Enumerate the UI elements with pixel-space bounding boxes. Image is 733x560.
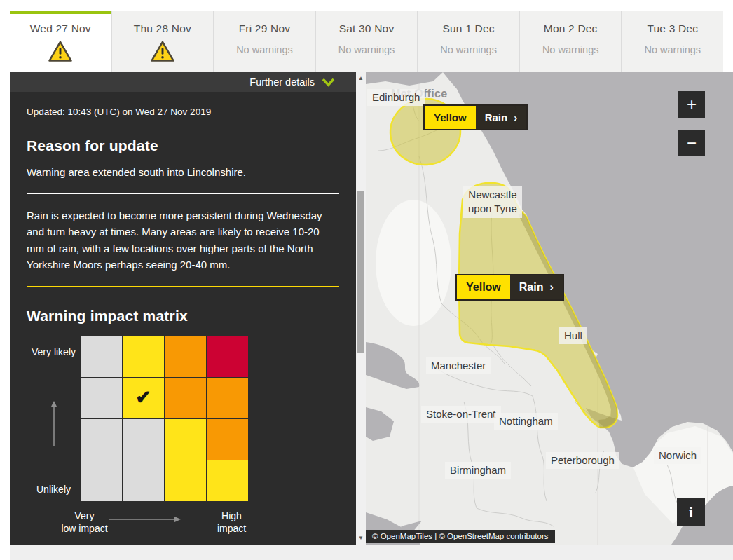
- city-label-newcastle: Newcastle upon Tyne: [463, 186, 522, 218]
- updated-timestamp: Updated: 10:43 (UTC) on Wed 27 Nov 2019: [27, 107, 339, 117]
- matrix-cell-3-2: [165, 460, 206, 501]
- no-warnings-label: No warnings: [644, 44, 701, 55]
- matrix-cell-0-0: [81, 336, 122, 377]
- chevron-right-icon: ›: [514, 111, 517, 123]
- warning-triangle-icon: [48, 41, 73, 62]
- tab-date-label: Thu 28 Nov: [134, 22, 191, 35]
- info-button[interactable]: i: [677, 498, 705, 526]
- warning-triangle-icon: [150, 41, 175, 62]
- matrix-cell-2-1: [123, 419, 164, 460]
- tab-date-label: Wed 27 Nov: [30, 22, 91, 35]
- panel-scrollbar[interactable]: ▲ ▼: [356, 72, 366, 545]
- map-attribution[interactable]: © OpenMapTiles | © OpenStreetMap contrib…: [366, 530, 555, 543]
- matrix-cell-2-3: [207, 419, 248, 460]
- tab-date-label: Fri 29 Nov: [239, 22, 291, 35]
- matrix-cell-3-0: [81, 460, 122, 501]
- tab-day-2[interactable]: Fri 29 NovNo warnings: [213, 11, 315, 72]
- tab-day-0[interactable]: Wed 27 Nov: [10, 11, 111, 72]
- tab-date-label: Sun 1 Dec: [443, 22, 495, 35]
- no-warnings-label: No warnings: [338, 44, 395, 55]
- panel-body: Updated: 10:43 (UTC) on Wed 27 Nov 2019 …: [10, 107, 356, 545]
- matrix-cell-1-2: [165, 378, 206, 418]
- impact-high-label: High impact: [195, 510, 268, 535]
- likelihood-top-label: Very likely: [27, 346, 81, 359]
- warning-description: Rain is expected to become more persiste…: [27, 207, 339, 273]
- tab-day-6[interactable]: Tue 3 DecNo warnings: [621, 11, 723, 72]
- likelihood-bottom-label: Unlikely: [27, 484, 81, 495]
- reason-heading: Reason for update: [27, 137, 339, 154]
- no-warnings-label: No warnings: [236, 44, 293, 55]
- city-label-norwich: Norwich: [654, 447, 701, 464]
- city-label-manchester: Manchester: [426, 357, 491, 374]
- further-details-label: Further details: [249, 76, 315, 88]
- matrix-heading: Warning impact matrix: [27, 308, 339, 325]
- impact-arrow-icon: [109, 516, 181, 523]
- reason-text: Warning area extended south into Lincoln…: [27, 166, 339, 178]
- tab-day-3[interactable]: Sat 30 NovNo warnings: [315, 11, 418, 72]
- weather-warnings-page: Wed 27 NovThu 28 NovFri 29 NovNo warning…: [0, 0, 733, 560]
- zoom-in-button[interactable]: +: [678, 91, 705, 118]
- warning-hazard-link[interactable]: Rain›: [476, 106, 527, 129]
- matrix-cell-2-2: [165, 419, 206, 460]
- matrix-cell-3-1: [123, 460, 164, 501]
- matrix-cell-1-0: [81, 378, 122, 418]
- no-warnings-label: No warnings: [542, 44, 599, 55]
- tab-date-label: Sat 30 Nov: [339, 22, 395, 35]
- hazard-label: Rain: [519, 281, 544, 294]
- zoom-out-button[interactable]: −: [678, 130, 705, 156]
- hazard-label: Rain: [485, 111, 508, 123]
- warning-map[interactable]: Met Office EdinburghNewcastle upon TyneM…: [366, 72, 733, 545]
- tab-day-1[interactable]: Thu 28 Nov: [111, 11, 214, 72]
- scrollbar-thumb[interactable]: [357, 191, 364, 353]
- warning-badge-1[interactable]: YellowRain›: [455, 274, 564, 301]
- impact-axis: Very low impact High impact: [27, 507, 339, 545]
- divider: [27, 193, 339, 194]
- scroll-down-arrow-icon[interactable]: ▼: [356, 533, 366, 543]
- no-warnings-label: No warnings: [440, 44, 497, 55]
- further-details-toggle[interactable]: Further details: [10, 72, 356, 92]
- tab-date-label: Mon 2 Dec: [544, 22, 598, 35]
- likelihood-axis: Very likely Unlikely: [27, 336, 81, 500]
- matrix-cell-0-1: [123, 336, 164, 377]
- tab-day-5[interactable]: Mon 2 DecNo warnings: [519, 11, 622, 72]
- city-label-nottingham: Nottingham: [494, 413, 558, 430]
- yellow-divider: [27, 286, 339, 287]
- city-label-stoke-on-trent: Stoke-on-Trent: [421, 406, 501, 423]
- chevron-right-icon: ›: [549, 281, 553, 294]
- warning-level-label: Yellow: [457, 275, 510, 299]
- scroll-up-arrow-icon[interactable]: ▲: [356, 74, 366, 83]
- warning-impact-matrix: Very likely Unlikely ✔: [27, 336, 339, 501]
- city-label-edinburgh: Edinburgh: [367, 89, 425, 106]
- city-label-peterborough: Peterborough: [546, 452, 619, 469]
- warning-hazard-link[interactable]: Rain›: [510, 275, 563, 299]
- tab-day-4[interactable]: Sun 1 DecNo warnings: [417, 11, 519, 72]
- selected-check-icon: ✔: [135, 386, 151, 409]
- matrix-cell-2-0: [81, 419, 122, 460]
- city-label-birmingham: Birmingham: [445, 462, 511, 479]
- warning-level-label: Yellow: [425, 106, 476, 129]
- likelihood-arrow-icon: [50, 401, 58, 447]
- matrix-cell-0-3: [207, 336, 248, 377]
- matrix-cell-1-1: ✔: [123, 378, 164, 418]
- warning-badge-0[interactable]: YellowRain›: [423, 104, 528, 130]
- matrix-cell-3-3: [207, 460, 248, 501]
- day-tabs: Wed 27 NovThu 28 NovFri 29 NovNo warning…: [10, 11, 723, 72]
- footer-strip: [10, 545, 733, 560]
- matrix-cell-1-3: [207, 378, 248, 418]
- chevron-down-icon: [322, 78, 335, 87]
- tab-date-label: Tue 3 Dec: [647, 22, 698, 35]
- city-label-hull: Hull: [559, 327, 587, 344]
- matrix-grid: ✔: [81, 336, 248, 501]
- matrix-cell-0-2: [165, 336, 206, 377]
- warning-details-panel: Further details Updated: 10:43 (UTC) on …: [10, 72, 356, 545]
